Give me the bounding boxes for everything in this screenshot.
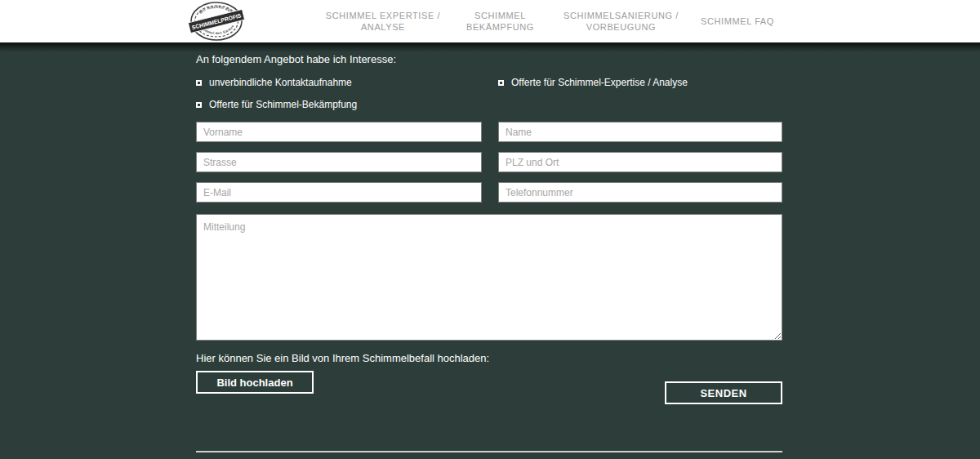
upload-image-button[interactable]: Bild hochladen (196, 371, 314, 394)
form-actions: Bild hochladen SENDEN (196, 371, 782, 405)
strasse-field[interactable] (196, 152, 482, 172)
page: Wir machen dem Schimmel den Garaus SCHIM… (0, 0, 980, 459)
send-button[interactable]: SENDEN (665, 381, 782, 404)
mitteilung-textarea[interactable] (196, 214, 782, 341)
footer-divider (196, 451, 782, 452)
checkbox-row-offerte-bekaempfung[interactable]: Offerte für Schimmel-Bekämpfung (196, 99, 498, 110)
telefonnummer-field[interactable] (498, 182, 782, 203)
name-field[interactable] (498, 122, 782, 142)
nav-schimmel-expertise-analyse[interactable]: SCHIMMEL EXPERTISE / ANALYSE (317, 10, 449, 33)
checkbox-icon[interactable] (196, 102, 202, 108)
interest-checkbox-group: unverbindliche Kontaktaufnahme Offerte f… (196, 77, 782, 110)
checkbox-icon[interactable] (498, 80, 504, 86)
checkbox-label: Offerte für Schimmel-Expertise / Analyse (511, 77, 688, 88)
email-field[interactable] (196, 182, 482, 203)
nav-schimmel-faq[interactable]: SCHIMMEL FAQ (686, 16, 789, 27)
stamp-logo-icon: Wir machen dem Schimmel den Garaus SCHIM… (187, 1, 246, 42)
checkbox-label: unverbindliche Kontaktaufnahme (209, 77, 352, 88)
checkbox-row-kontaktaufnahme[interactable]: unverbindliche Kontaktaufnahme (196, 77, 498, 88)
contact-form: An folgendem Angebot habe ich Interesse:… (196, 42, 782, 452)
nav-schimmel-bekaempfung[interactable]: SCHIMMEL BEKÄMPFUNG (445, 10, 555, 33)
checkbox-label: Offerte für Schimmel-Bekämpfung (209, 99, 357, 110)
nav-schimmelsanierung-vorbeugung[interactable]: SCHIMMELSANIERUNG / VORBEUGUNG (554, 10, 688, 33)
checkbox-icon[interactable] (196, 80, 202, 86)
plz-ort-field[interactable] (498, 152, 782, 172)
logo[interactable]: Wir machen dem Schimmel den Garaus SCHIM… (187, 1, 246, 42)
vorname-field[interactable] (196, 122, 482, 142)
form-intro-text: An folgendem Angebot habe ich Interesse: (196, 53, 782, 65)
checkbox-row-offerte-expertise[interactable]: Offerte für Schimmel-Expertise / Analyse (498, 77, 782, 88)
upload-hint-text: Hier können Sie ein Bild von Ihrem Schim… (196, 352, 782, 364)
header: Wir machen dem Schimmel den Garaus SCHIM… (0, 0, 980, 42)
contact-fields (196, 122, 782, 203)
